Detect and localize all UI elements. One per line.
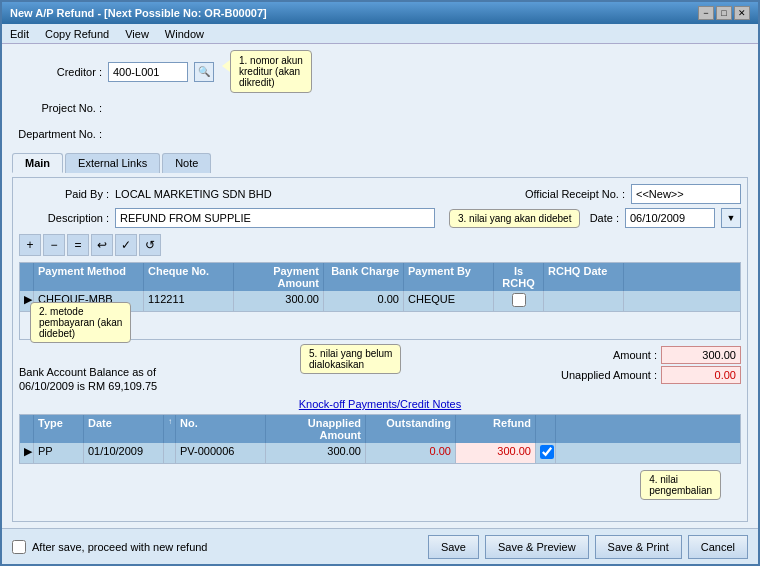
kh-check: [536, 415, 556, 443]
after-save-label: After save, proceed with new refund: [32, 541, 207, 553]
tab-note[interactable]: Note: [162, 153, 211, 173]
row-cheque[interactable]: 112211: [144, 291, 234, 311]
menu-view[interactable]: View: [125, 28, 149, 40]
kr-sort: [164, 443, 176, 463]
kh-outstanding: Outstanding: [366, 415, 456, 443]
cancel-button[interactable]: Cancel: [688, 535, 748, 559]
unapplied-label: Unapplied Amount :: [537, 369, 657, 381]
unapplied-input[interactable]: [661, 366, 741, 384]
creditor-label: Creditor :: [12, 66, 102, 78]
knockoff-table: Type Date ↑ No. Unapplied Amount Outstan…: [19, 414, 741, 464]
project-row: Project No. :: [12, 97, 748, 119]
kr-type[interactable]: PP: [34, 443, 84, 463]
menu-window[interactable]: Window: [165, 28, 204, 40]
row-rchqdate[interactable]: [544, 291, 624, 311]
equals-button[interactable]: =: [67, 234, 89, 256]
add-button[interactable]: +: [19, 234, 41, 256]
knockoff-link[interactable]: Knock-off Payments/Credit Notes: [299, 398, 461, 410]
kr-no[interactable]: PV-000006: [176, 443, 266, 463]
amount-input[interactable]: [661, 346, 741, 364]
date-label: Date :: [590, 212, 619, 224]
footer-left: After save, proceed with new refund: [12, 540, 207, 554]
project-label: Project No. :: [12, 102, 102, 114]
kh-unapplied: Unapplied Amount: [266, 415, 366, 443]
rchq-checkbox[interactable]: [512, 293, 526, 307]
save-preview-button[interactable]: Save & Preview: [485, 535, 589, 559]
dept-label: Department No. :: [12, 128, 102, 140]
refund-checkbox[interactable]: [540, 445, 554, 459]
empty-row-area: 2. metode pembayaran (akan didebet): [20, 311, 740, 339]
menu-edit[interactable]: Edit: [10, 28, 29, 40]
content-area: Creditor : 🔍 1. nomor akun kreditur (aka…: [2, 44, 758, 528]
tab-external[interactable]: External Links: [65, 153, 160, 173]
header-bank: Bank Charge: [324, 263, 404, 291]
dept-row: Department No. :: [12, 123, 748, 145]
bank-info: Bank Account Balance as of 06/10/2009 is…: [19, 346, 157, 392]
kh-arrow: [20, 415, 34, 443]
kr-unapplied[interactable]: 300.00: [266, 443, 366, 463]
after-save-checkbox[interactable]: [12, 540, 26, 554]
creditor-search-button[interactable]: 🔍: [194, 62, 214, 82]
footer-right: Save Save & Preview Save & Print Cancel: [428, 535, 748, 559]
amount-row: Amount :: [537, 346, 741, 364]
close-button[interactable]: ✕: [734, 6, 750, 20]
kr-refund[interactable]: 300.00: [456, 443, 536, 463]
knockoff-header: Type Date ↑ No. Unapplied Amount Outstan…: [20, 415, 740, 443]
bank-info-line2: 06/10/2009 is RM 69,109.75: [19, 380, 157, 392]
paid-by-value: LOCAL MARKETING SDN BHD: [115, 188, 519, 200]
title-controls: − □ ✕: [698, 6, 750, 20]
kr-arrow: ▶: [20, 443, 34, 463]
row-amount[interactable]: 300.00: [234, 291, 324, 311]
date-picker-button[interactable]: ▼: [721, 208, 741, 228]
minimize-button[interactable]: −: [698, 6, 714, 20]
row-bank[interactable]: 0.00: [324, 291, 404, 311]
desc-input[interactable]: [115, 208, 435, 228]
check-button[interactable]: ✓: [115, 234, 137, 256]
kh-sort: ↑: [164, 415, 176, 443]
menu-copy-refund[interactable]: Copy Refund: [45, 28, 109, 40]
receipt-label: Official Receipt No. :: [525, 188, 625, 200]
callout-5: 5. nilai yang belum dialokasikan: [300, 344, 401, 374]
payment-table: Payment Method Cheque No. Payment Amount…: [19, 262, 741, 340]
header-method: Payment Method: [34, 263, 144, 291]
undo-button[interactable]: ↺: [139, 234, 161, 256]
save-print-button[interactable]: Save & Print: [595, 535, 682, 559]
paid-by-label: Paid By :: [19, 188, 109, 200]
kr-check[interactable]: [536, 443, 556, 463]
back-button[interactable]: ↩: [91, 234, 113, 256]
remove-button[interactable]: −: [43, 234, 65, 256]
window-title: New A/P Refund - [Next Possible No: OR-B…: [10, 7, 267, 19]
receipt-input[interactable]: [631, 184, 741, 204]
header-rchqdate: RCHQ Date: [544, 263, 624, 291]
payment-table-header: Payment Method Cheque No. Payment Amount…: [20, 263, 740, 291]
desc-label: Description :: [19, 212, 109, 224]
tab-main[interactable]: Main: [12, 153, 63, 173]
tabs-container: Main External Links Note: [12, 153, 748, 173]
header-rchq: Is RCHQ: [494, 263, 544, 291]
date-input[interactable]: [625, 208, 715, 228]
header-payby: Payment By: [404, 263, 494, 291]
footer: After save, proceed with new refund Save…: [2, 528, 758, 564]
tab-content: Paid By : LOCAL MARKETING SDN BHD Offici…: [12, 177, 748, 522]
save-button[interactable]: Save: [428, 535, 479, 559]
title-bar: New A/P Refund - [Next Possible No: OR-B…: [2, 2, 758, 24]
row-rchq[interactable]: [494, 291, 544, 311]
amounts-section: Amount : Unapplied Amount :: [537, 346, 741, 384]
header-cheque: Cheque No.: [144, 263, 234, 291]
unapplied-row: Unapplied Amount :: [537, 366, 741, 384]
kr-outstanding[interactable]: 0.00: [366, 443, 456, 463]
menu-bar: Edit Copy Refund View Window: [2, 24, 758, 44]
creditor-input[interactable]: [108, 62, 188, 82]
bank-info-line1: Bank Account Balance as of: [19, 366, 157, 378]
header-arrow: [20, 263, 34, 291]
kh-no: No.: [176, 415, 266, 443]
callout-3: 3. nilai yang akan didebet: [449, 209, 580, 228]
maximize-button[interactable]: □: [716, 6, 732, 20]
amount-label: Amount :: [537, 349, 657, 361]
row-payby[interactable]: CHEQUE: [404, 291, 494, 311]
knockoff-table-row: ▶ PP 01/10/2009 PV-000006 300.00 0.00 30…: [20, 443, 740, 463]
knockoff-section: Knock-off Payments/Credit Notes: [19, 398, 741, 410]
kh-refund: Refund: [456, 415, 536, 443]
kr-date[interactable]: 01/10/2009: [84, 443, 164, 463]
kh-date: Date: [84, 415, 164, 443]
